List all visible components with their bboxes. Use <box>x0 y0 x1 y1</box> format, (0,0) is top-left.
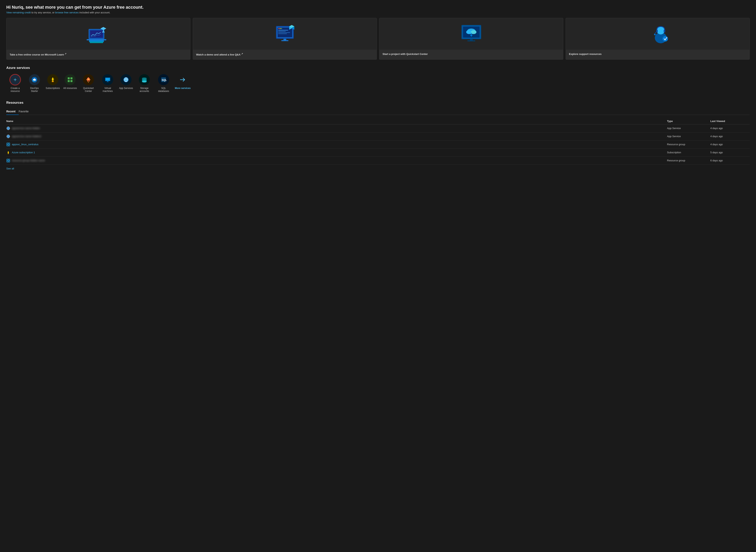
svg-point-85 <box>7 144 8 145</box>
row-5-type: Resource group <box>667 159 710 162</box>
svg-rect-15 <box>278 30 288 30</box>
app-service-icon-1 <box>6 126 10 130</box>
svg-rect-19 <box>283 39 286 40</box>
row-4-name[interactable]: Azure subscription 1 <box>6 151 667 154</box>
service-more[interactable]: More services <box>174 74 192 91</box>
row-2-name: appservice-name-hidden2 <box>6 134 667 138</box>
welcome-sub-text: to try any service, or <box>31 11 54 14</box>
service-create-resource[interactable]: + Create a resource <box>6 74 24 94</box>
row-4-name-text[interactable]: Azure subscription 1 <box>12 151 35 154</box>
card-support-image <box>566 18 750 49</box>
table-row: appservice-name-hidden App Service 4 day… <box>6 124 750 132</box>
app-service-icon-2 <box>6 134 10 138</box>
svg-rect-17 <box>278 32 290 33</box>
sql-label: SQL databases <box>155 87 172 93</box>
row-3-type: Resource group <box>667 143 710 146</box>
svg-rect-52 <box>106 79 110 79</box>
svg-point-86 <box>8 143 9 144</box>
quickstart-icon <box>85 77 92 83</box>
welcome-heading: Hi Nuriq, see what more you can get from… <box>6 5 750 10</box>
subscriptions-icon-wrap <box>47 74 58 85</box>
tab-recent[interactable]: Recent <box>6 108 19 115</box>
resources-title: Resources <box>6 101 750 105</box>
plus-icon: + <box>14 77 17 83</box>
app-services-icon-wrap <box>121 74 131 85</box>
row-1-time: 4 days ago <box>710 127 750 130</box>
service-quickstart[interactable]: Quickstart Center <box>80 74 97 94</box>
service-vms[interactable]: Virtual machines <box>99 74 117 94</box>
svg-rect-33 <box>467 40 475 41</box>
svg-point-95 <box>8 161 9 162</box>
vms-icon-wrap <box>102 74 113 85</box>
service-all-resources[interactable]: All resources <box>62 74 78 91</box>
svg-rect-7 <box>103 30 104 32</box>
see-all-link[interactable]: See all <box>6 167 14 170</box>
card-quickstart-image <box>379 18 563 49</box>
service-subscriptions[interactable]: Subscriptions <box>45 74 60 91</box>
table-row: Azure subscription 1 Subscription 5 days… <box>6 149 750 157</box>
service-app-services[interactable]: App Services <box>118 74 134 91</box>
svg-point-88 <box>8 145 9 146</box>
more-services-icon <box>179 76 186 83</box>
resources-section: Resources Recent Favorite Name Type Last… <box>6 101 750 170</box>
row-5-name-text: resource-group-hidden-name <box>12 159 45 162</box>
card-support[interactable]: Explore support resources <box>565 18 750 59</box>
svg-rect-20 <box>281 40 288 41</box>
svg-point-12 <box>278 28 279 29</box>
svg-rect-53 <box>106 79 109 80</box>
svg-point-39 <box>662 36 668 41</box>
devops-icon-wrap <box>29 74 40 85</box>
devops-icon <box>31 77 38 83</box>
row-2-name-text: appservice-name-hidden2 <box>12 135 41 138</box>
more-services-label: More services <box>175 87 191 90</box>
svg-rect-54 <box>106 80 109 80</box>
subscriptions-label: Subscriptions <box>46 87 60 90</box>
tab-favorite[interactable]: Favorite <box>19 108 32 115</box>
svg-rect-55 <box>107 81 108 82</box>
promo-cards: Take a free online course on Microsoft L… <box>6 18 750 59</box>
svg-rect-3 <box>87 39 106 40</box>
col-name: Name <box>6 120 667 123</box>
service-sql[interactable]: SQL SQL databases <box>155 74 172 94</box>
row-1-name: appservice-name-hidden <box>6 126 667 130</box>
row-3-name-text[interactable]: appsvc_linux_centralus <box>12 143 38 146</box>
svg-rect-8 <box>102 32 105 32</box>
svg-point-92 <box>7 160 8 161</box>
resources-table-header: Name Type Last Viewed <box>6 118 750 124</box>
svg-rect-18 <box>278 33 287 34</box>
svg-point-28 <box>466 30 472 34</box>
row-2-time: 4 days ago <box>710 135 750 138</box>
service-devops[interactable]: DevOps Starter <box>26 74 43 94</box>
svg-point-49 <box>88 79 89 80</box>
card-support-label: Explore support resources <box>566 49 750 59</box>
svg-point-93 <box>8 159 9 160</box>
card-learn[interactable]: Take a free online course on Microsoft L… <box>6 18 191 59</box>
vms-icon <box>105 77 111 83</box>
welcome-subtext: View remaining credit to try any service… <box>6 11 750 14</box>
browse-services-link[interactable]: browse free services <box>55 11 79 14</box>
row-2-type: App Service <box>667 135 710 138</box>
quickstart-label: Quickstart Center <box>80 87 97 93</box>
row-3-name[interactable]: appsvc_linux_centralus <box>6 142 667 146</box>
card-demo[interactable]: Watch a demo and attend a live Q&A ↗ <box>193 18 377 59</box>
view-credit-link[interactable]: View remaining credit <box>6 11 31 14</box>
col-type: Type <box>667 120 710 123</box>
sql-icon-wrap: SQL <box>158 74 169 85</box>
card-quickstart-label: Start a project with Quickstart Center <box>379 49 563 59</box>
resource-group-icon-1 <box>6 142 10 146</box>
more-services-icon-wrap <box>177 74 188 85</box>
svg-point-89 <box>8 153 9 154</box>
card-learn-image <box>6 18 190 49</box>
svg-rect-56 <box>107 82 109 82</box>
card-quickstart[interactable]: Start a project with Quickstart Center <box>379 18 563 59</box>
welcome-header: Hi Nuriq, see what more you can get from… <box>6 5 750 14</box>
sql-icon: SQL <box>160 77 167 83</box>
all-resources-icon-wrap <box>65 74 76 85</box>
svg-point-41 <box>33 80 34 82</box>
service-storage[interactable]: Storage accounts <box>135 74 153 94</box>
svg-rect-43 <box>52 81 53 82</box>
card-learn-label: Take a free online course on Microsoft L… <box>6 49 190 59</box>
svg-rect-44 <box>52 82 54 82</box>
subscription-icon <box>6 151 10 154</box>
all-resources-label: All resources <box>63 87 77 90</box>
